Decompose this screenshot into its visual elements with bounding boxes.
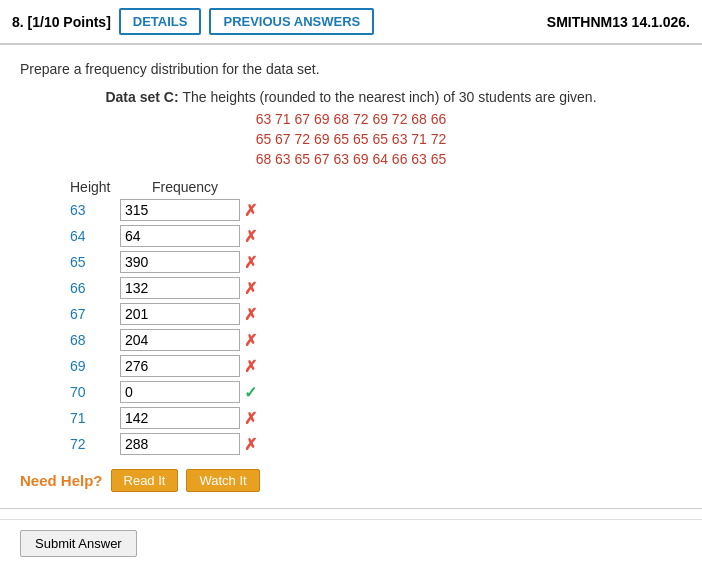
watch-it-button[interactable]: Watch It [186, 469, 259, 492]
frequency-input[interactable] [120, 251, 240, 273]
previous-answers-button[interactable]: PREVIOUS ANSWERS [209, 8, 374, 35]
read-it-button[interactable]: Read It [111, 469, 179, 492]
frequency-input[interactable] [120, 199, 240, 221]
height-cell: 63 [70, 202, 120, 218]
height-cell: 64 [70, 228, 120, 244]
table-header: Height Frequency [70, 179, 682, 195]
frequency-column-header: Frequency [120, 179, 250, 195]
header: 8. [1/10 Points] DETAILS PREVIOUS ANSWER… [0, 0, 702, 44]
height-cell: 65 [70, 254, 120, 270]
incorrect-icon: ✗ [244, 409, 268, 428]
table-row: 68✗ [70, 329, 682, 351]
height-cell: 69 [70, 358, 120, 374]
frequency-input[interactable] [120, 355, 240, 377]
height-cell: 67 [70, 306, 120, 322]
height-cell: 70 [70, 384, 120, 400]
table-row: 72✗ [70, 433, 682, 455]
dataset-label: Data set C: [105, 89, 182, 105]
instruction-text: Prepare a frequency distribution for the… [20, 61, 682, 77]
submit-section: Submit Answer [0, 519, 702, 567]
incorrect-icon: ✗ [244, 305, 268, 324]
height-column-header: Height [70, 179, 120, 195]
incorrect-icon: ✗ [244, 253, 268, 272]
height-cell: 72 [70, 436, 120, 452]
need-help-label: Need Help? [20, 472, 103, 489]
data-row-1: 63 71 67 69 68 72 69 72 68 66 [20, 111, 682, 127]
height-cell: 68 [70, 332, 120, 348]
incorrect-icon: ✗ [244, 201, 268, 220]
table-row: 71✗ [70, 407, 682, 429]
table-row: 64✗ [70, 225, 682, 247]
points-label: 8. [1/10 Points] [12, 14, 111, 30]
table-row: 65✗ [70, 251, 682, 273]
user-label: SMITHNM13 14.1.026. [547, 14, 690, 30]
frequency-input[interactable] [120, 407, 240, 429]
height-cell: 71 [70, 410, 120, 426]
table-row: 67✗ [70, 303, 682, 325]
table-row: 63✗ [70, 199, 682, 221]
page: 8. [1/10 Points] DETAILS PREVIOUS ANSWER… [0, 0, 702, 567]
incorrect-icon: ✗ [244, 357, 268, 376]
dataset-desc-text: The heights (rounded to the nearest inch… [182, 89, 596, 105]
data-row-2: 65 67 72 69 65 65 65 63 71 72 [20, 131, 682, 147]
height-cell: 66 [70, 280, 120, 296]
frequency-input[interactable] [120, 381, 240, 403]
table-rows-container: 63✗64✗65✗66✗67✗68✗69✗70✓71✗72✗ [70, 199, 682, 455]
data-row-3: 68 63 65 67 63 69 64 66 63 65 [20, 151, 682, 167]
dataset-description: Data set C: The heights (rounded to the … [20, 89, 682, 105]
table-row: 66✗ [70, 277, 682, 299]
table-row: 69✗ [70, 355, 682, 377]
frequency-input[interactable] [120, 303, 240, 325]
help-section: Need Help? Read It Watch It [20, 469, 682, 492]
frequency-input[interactable] [120, 225, 240, 247]
details-button[interactable]: DETAILS [119, 8, 202, 35]
table-row: 70✓ [70, 381, 682, 403]
correct-icon: ✓ [244, 383, 268, 402]
frequency-input[interactable] [120, 277, 240, 299]
content-area: Prepare a frequency distribution for the… [0, 45, 702, 508]
incorrect-icon: ✗ [244, 227, 268, 246]
incorrect-icon: ✗ [244, 331, 268, 350]
submit-answer-button[interactable]: Submit Answer [20, 530, 137, 557]
frequency-input[interactable] [120, 329, 240, 351]
frequency-table: Height Frequency 63✗64✗65✗66✗67✗68✗69✗70… [70, 179, 682, 455]
incorrect-icon: ✗ [244, 435, 268, 454]
incorrect-icon: ✗ [244, 279, 268, 298]
frequency-input[interactable] [120, 433, 240, 455]
